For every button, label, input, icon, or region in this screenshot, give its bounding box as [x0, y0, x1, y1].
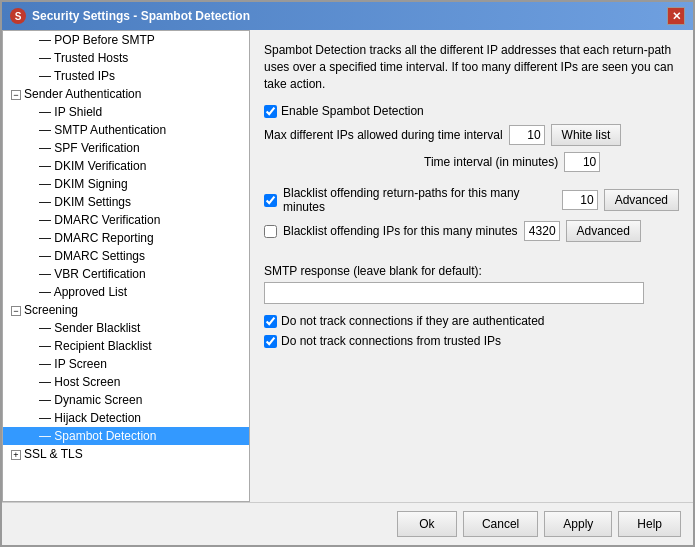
enable-label: Enable Spambot Detection: [281, 104, 424, 118]
main-panel: Spambot Detection tracks all the differe…: [250, 30, 693, 502]
blacklist-ips-checkbox[interactable]: [264, 225, 277, 238]
sidebar-item-ip-shield[interactable]: — IP Shield: [3, 103, 249, 121]
blacklist-return-checkbox[interactable]: [264, 194, 277, 207]
sidebar-item-approved-list[interactable]: — Approved List: [3, 283, 249, 301]
time-interval-input[interactable]: 10: [564, 152, 600, 172]
title-bar: S Security Settings - Spambot Detection …: [2, 2, 693, 30]
blacklist-return-label: Blacklist offending return-paths for thi…: [283, 186, 556, 214]
no-track-auth-row: Do not track connections if they are aut…: [264, 314, 679, 328]
max-ips-label: Max different IPs allowed during time in…: [264, 128, 503, 142]
sidebar-item-sender-blacklist[interactable]: — Sender Blacklist: [3, 319, 249, 337]
footer: Ok Cancel Apply Help: [2, 502, 693, 545]
expand-icon-ssl: +: [11, 450, 21, 460]
sidebar-item-trusted-ips[interactable]: — Trusted IPs: [3, 67, 249, 85]
sidebar-item-spf-verification[interactable]: — SPF Verification: [3, 139, 249, 157]
white-list-button[interactable]: White list: [551, 124, 622, 146]
sidebar-item-ip-screen[interactable]: — IP Screen: [3, 355, 249, 373]
blacklist-return-input[interactable]: 10: [562, 190, 598, 210]
sidebar-item-host-screen[interactable]: — Host Screen: [3, 373, 249, 391]
no-track-trusted-row: Do not track connections from trusted IP…: [264, 334, 679, 348]
sidebar-item-ssl-tls[interactable]: +SSL & TLS: [3, 445, 249, 463]
blacklist-return-row: Blacklist offending return-paths for thi…: [264, 186, 679, 214]
blacklist-ips-input[interactable]: 4320: [524, 221, 560, 241]
content-area: — POP Before SMTP — Trusted Hosts — Trus…: [2, 30, 693, 502]
expand-icon: −: [11, 90, 21, 100]
main-window: S Security Settings - Spambot Detection …: [0, 0, 695, 547]
enable-row: Enable Spambot Detection: [264, 104, 679, 118]
no-track-auth-label: Do not track connections if they are aut…: [281, 314, 545, 328]
no-track-auth-checkbox[interactable]: [264, 315, 277, 328]
smtp-response-label: SMTP response (leave blank for default):: [264, 264, 679, 278]
sidebar: — POP Before SMTP — Trusted Hosts — Trus…: [2, 30, 250, 502]
advanced1-button[interactable]: Advanced: [604, 189, 679, 211]
sidebar-item-smtp-auth[interactable]: — SMTP Authentication: [3, 121, 249, 139]
sidebar-item-dmarc-settings[interactable]: — DMARC Settings: [3, 247, 249, 265]
sidebar-item-dynamic-screen[interactable]: — Dynamic Screen: [3, 391, 249, 409]
help-button[interactable]: Help: [618, 511, 681, 537]
expand-icon-screening: −: [11, 306, 21, 316]
sidebar-item-recipient-blacklist[interactable]: — Recipient Blacklist: [3, 337, 249, 355]
window-title: Security Settings - Spambot Detection: [32, 9, 250, 23]
max-ips-input[interactable]: 10: [509, 125, 545, 145]
sidebar-item-dkim-settings[interactable]: — DKIM Settings: [3, 193, 249, 211]
close-button[interactable]: ✕: [667, 7, 685, 25]
sidebar-item-dmarc-reporting[interactable]: — DMARC Reporting: [3, 229, 249, 247]
sidebar-item-screening[interactable]: −Screening: [3, 301, 249, 319]
sidebar-item-dkim-signing[interactable]: — DKIM Signing: [3, 175, 249, 193]
sidebar-item-trusted-hosts[interactable]: — Trusted Hosts: [3, 49, 249, 67]
time-interval-label: Time interval (in minutes): [424, 155, 558, 169]
sidebar-item-dmarc-verification[interactable]: — DMARC Verification: [3, 211, 249, 229]
time-interval-row: Time interval (in minutes) 10: [264, 152, 679, 172]
app-icon: S: [10, 8, 26, 24]
sidebar-item-pop-before-smtp[interactable]: — POP Before SMTP: [3, 31, 249, 49]
smtp-response-input[interactable]: [264, 282, 644, 304]
enable-checkbox[interactable]: [264, 105, 277, 118]
description-text: Spambot Detection tracks all the differe…: [264, 42, 679, 92]
title-bar-left: S Security Settings - Spambot Detection: [10, 8, 250, 24]
no-track-trusted-label: Do not track connections from trusted IP…: [281, 334, 501, 348]
advanced2-button[interactable]: Advanced: [566, 220, 641, 242]
cancel-button[interactable]: Cancel: [463, 511, 538, 537]
no-track-trusted-checkbox[interactable]: [264, 335, 277, 348]
sidebar-item-sender-auth[interactable]: −Sender Authentication: [3, 85, 249, 103]
smtp-response-section: SMTP response (leave blank for default):: [264, 264, 679, 304]
sidebar-item-dkim-verification[interactable]: — DKIM Verification: [3, 157, 249, 175]
sidebar-item-spambot-detection[interactable]: — Spambot Detection: [3, 427, 249, 445]
max-ips-row: Max different IPs allowed during time in…: [264, 124, 679, 146]
blacklist-ips-row: Blacklist offending IPs for this many mi…: [264, 220, 679, 242]
ok-button[interactable]: Ok: [397, 511, 457, 537]
apply-button[interactable]: Apply: [544, 511, 612, 537]
sidebar-item-vbr-certification[interactable]: — VBR Certification: [3, 265, 249, 283]
sidebar-item-hijack-detection[interactable]: — Hijack Detection: [3, 409, 249, 427]
blacklist-ips-label: Blacklist offending IPs for this many mi…: [283, 224, 518, 238]
